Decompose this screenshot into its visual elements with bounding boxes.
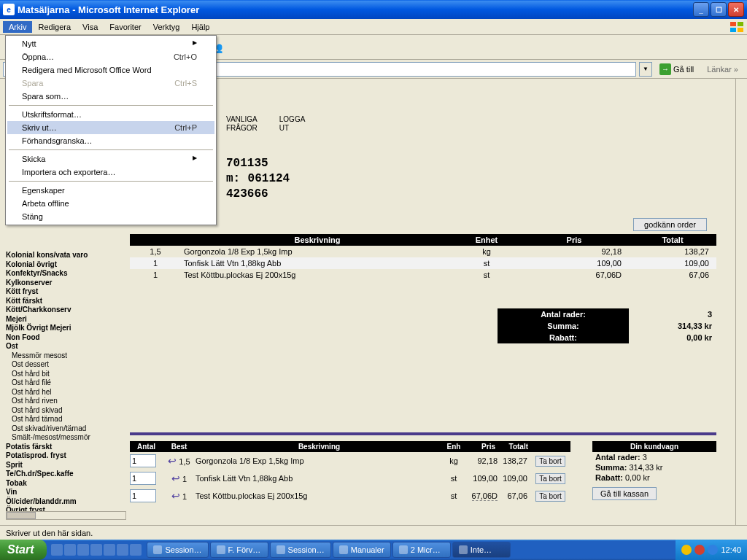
ie-icon: e bbox=[3, 4, 15, 15]
minimize-button[interactable]: _ bbox=[693, 2, 709, 17]
sidebar-category[interactable]: Ost hård hel bbox=[6, 388, 126, 397]
taskbar-task[interactable]: 2 Micr… bbox=[392, 542, 451, 558]
start-button[interactable]: Start bbox=[0, 540, 47, 560]
menu-item[interactable]: Öppna…Ctrl+O bbox=[7, 50, 214, 63]
qty-input[interactable] bbox=[130, 489, 156, 502]
sidebar-category[interactable]: Smält-/mesost/messmör bbox=[6, 433, 126, 443]
status-bar: Skriver ut den här sidan. bbox=[0, 525, 747, 540]
menu-item[interactable]: Förhandsgranska… bbox=[7, 134, 214, 147]
go-arrow-icon: → bbox=[659, 63, 671, 75]
sidebar-category[interactable]: Sprit bbox=[6, 461, 126, 470]
order-info: 701135 m: 061124 423666 bbox=[226, 156, 290, 201]
sidebar-category[interactable]: Potatis färskt bbox=[6, 443, 126, 452]
sidebar-category[interactable]: Mejeri bbox=[6, 315, 126, 324]
arkiv-dropdown: Nytt▶Öppna…Ctrl+ORedigera med Microsoft … bbox=[5, 35, 217, 225]
windows-flag-icon bbox=[729, 21, 744, 33]
window-titlebar: e Matsäljarna - Microsoft Internet Explo… bbox=[0, 0, 747, 19]
sidebar-category[interactable]: Ost hård filé bbox=[6, 378, 126, 388]
sidebar-category[interactable]: Kylkonserver bbox=[6, 279, 126, 288]
remove-button[interactable]: Ta bort bbox=[535, 491, 565, 502]
sidebar-category[interactable]: Kött/Charkkonserv bbox=[6, 306, 126, 315]
menu-item[interactable]: Skriv ut…Ctrl+P bbox=[7, 121, 214, 134]
sidebar-scrollbar[interactable] bbox=[6, 511, 126, 520]
remove-button[interactable]: Ta bort bbox=[535, 473, 565, 484]
category-sidebar: Kolonial kons/vata varoKolonial övrigtKo… bbox=[6, 251, 126, 516]
quick-launch[interactable] bbox=[47, 544, 146, 556]
clock: 12:40 bbox=[721, 545, 741, 554]
menu-item[interactable]: Utskriftsformat… bbox=[7, 108, 214, 121]
logout-link[interactable]: LOGGAUT bbox=[279, 115, 306, 133]
sidebar-category[interactable]: Vin bbox=[6, 488, 126, 497]
menu-item[interactable]: Redigera med Microsoft Office Word bbox=[7, 63, 214, 77]
checkout-button[interactable]: Gå till kassan bbox=[592, 487, 657, 500]
sidebar-category[interactable]: Kolonial kons/vata varo bbox=[6, 251, 126, 260]
sidebar-category[interactable]: Tobak bbox=[6, 479, 126, 489]
order-row: 1Test Köttbu.plockas Ej 200x15gst67,06D6… bbox=[130, 269, 716, 281]
sidebar-category[interactable]: Ost dessert bbox=[6, 360, 126, 370]
sidebar-category[interactable]: Ost hård tärnad bbox=[6, 415, 126, 424]
sidebar-category[interactable]: Ost bbox=[6, 342, 126, 351]
qty-input[interactable] bbox=[130, 472, 156, 485]
menu-item[interactable]: Stäng bbox=[7, 210, 214, 223]
remove-button[interactable]: Ta bort bbox=[535, 456, 565, 467]
taskbar-task[interactable]: Session… bbox=[147, 542, 208, 558]
sidebar-category[interactable]: Potatisprod. fryst bbox=[6, 451, 126, 461]
menu-favoriter[interactable]: Favoriter bbox=[104, 21, 147, 33]
menu-arkiv[interactable]: Arkiv bbox=[3, 21, 32, 33]
menu-item[interactable]: Arbeta offline bbox=[7, 197, 214, 210]
system-tray[interactable]: 12:40 bbox=[676, 540, 747, 560]
order-row: 1Tonfisk Lätt Vtn 1,88kg Abbst109,00109,… bbox=[130, 257, 716, 269]
close-button[interactable]: ✕ bbox=[728, 2, 744, 17]
taskbar: Start Session…F. Förv…Session…Manualer2 … bbox=[0, 540, 747, 560]
menu-item[interactable]: Egenskaper bbox=[7, 184, 214, 197]
cart-section: Antal Best Beskrivning Enh Pris Totalt ↩… bbox=[130, 441, 716, 505]
maximize-button[interactable]: ☐ bbox=[711, 2, 727, 17]
sidebar-category[interactable]: Kött fryst bbox=[6, 287, 126, 297]
taskbar-task[interactable]: Session… bbox=[270, 542, 331, 558]
menu-visa[interactable]: Visa bbox=[77, 21, 104, 33]
order-row: 1,5Gorgonzola 1/8 Exp 1,5kg Impkg92,1813… bbox=[130, 246, 716, 257]
sidebar-category[interactable]: Öl/cider/blanddr.mm bbox=[6, 497, 126, 507]
menu-item: SparaCtrl+S bbox=[7, 77, 214, 90]
cart-table: Antal Best Beskrivning Enh Pris Totalt ↩… bbox=[130, 441, 570, 505]
links-label[interactable]: Länkar » bbox=[701, 63, 744, 75]
page-scrollbar[interactable] bbox=[735, 79, 747, 525]
update-icon[interactable]: ↩ bbox=[171, 490, 180, 502]
sidebar-category[interactable]: Mjölk Övrigt Mejeri bbox=[6, 324, 126, 333]
top-nav: VANLIGAFRÅGOR LOGGAUT bbox=[226, 115, 305, 133]
sidebar-category[interactable]: Ost hård skivad bbox=[6, 406, 126, 416]
cart-row: ↩ 1Test Köttbu.plockas Ej 200x15gst67,06… bbox=[130, 487, 570, 505]
approve-order-button[interactable]: godkänn order bbox=[633, 218, 707, 231]
order-table: Beskrivning Enhet Pris Totalt 1,5Gorgonz… bbox=[130, 234, 716, 281]
menu-item[interactable]: Nytt▶ bbox=[7, 37, 214, 50]
taskbar-task[interactable]: Manualer bbox=[333, 542, 391, 558]
cart-row: ↩ 1Tonfisk Lätt Vtn 1,88kg Abbst109,0010… bbox=[130, 470, 570, 487]
taskbar-task[interactable]: F. Förv… bbox=[210, 542, 268, 558]
menu-item[interactable]: Spara som… bbox=[7, 90, 214, 103]
divider bbox=[130, 432, 716, 435]
sidebar-category[interactable]: Kött färskt bbox=[6, 297, 126, 306]
faq-link[interactable]: VANLIGAFRÅGOR bbox=[226, 115, 258, 133]
url-dropdown[interactable]: ▼ bbox=[639, 62, 652, 77]
sidebar-category[interactable]: Konfektyr/Snacks bbox=[6, 269, 126, 279]
menu-item[interactable]: Importera och exportera… bbox=[7, 166, 214, 179]
sidebar-category[interactable]: Ost hård riven bbox=[6, 397, 126, 406]
update-icon[interactable]: ↩ bbox=[168, 455, 177, 467]
sidebar-category[interactable]: Kolonial övrigt bbox=[6, 260, 126, 270]
order-summary: Antal rader:3 Summa:314,33 kr Rabatt:0,0… bbox=[498, 308, 716, 343]
cart-summary: Din kundvagn Antal rader: 3 Summa: 314,3… bbox=[592, 441, 716, 505]
sidebar-category[interactable]: Messmör mesost bbox=[6, 351, 126, 361]
menu-item[interactable]: Skicka▶ bbox=[7, 152, 214, 166]
menubar: Arkiv Redigera Visa Favoriter Verktyg Hj… bbox=[0, 19, 747, 35]
qty-input[interactable] bbox=[130, 454, 156, 467]
sidebar-category[interactable]: Te/Ch.dr/Spec.kaffe bbox=[6, 470, 126, 479]
sidebar-category[interactable]: Ost skivad/riven/tärnad bbox=[6, 424, 126, 434]
go-button[interactable]: → Gå till bbox=[655, 62, 698, 77]
menu-hjalp[interactable]: Hjälp bbox=[185, 21, 215, 33]
menu-redigera[interactable]: Redigera bbox=[32, 21, 77, 33]
sidebar-category[interactable]: Ost hård bit bbox=[6, 370, 126, 379]
taskbar-task[interactable]: Inte… bbox=[452, 542, 511, 558]
menu-verktyg[interactable]: Verktyg bbox=[147, 21, 186, 33]
sidebar-category[interactable]: Non Food bbox=[6, 333, 126, 343]
update-icon[interactable]: ↩ bbox=[171, 472, 180, 484]
